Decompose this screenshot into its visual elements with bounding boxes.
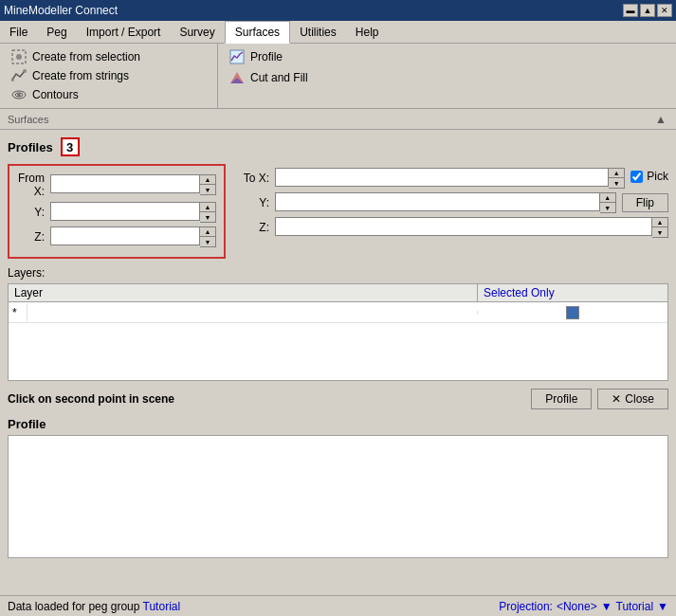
from-panel: From X: 2724.510 ▲ ▼ Y: -2888291.130	[8, 164, 226, 259]
svg-point-3	[23, 69, 27, 73]
pick-checkbox[interactable]	[630, 171, 643, 183]
to-panel: To X: 0.000 ▲ ▼ Pick Y:	[241, 164, 668, 259]
surfaces-bar-label: Surfaces	[8, 114, 48, 125]
tutorial-label[interactable]: Tutorial	[616, 600, 654, 613]
to-z-field[interactable]: 0.000	[275, 217, 652, 236]
from-z-input[interactable]: 1583.440 ▲ ▼	[50, 226, 216, 247]
profile-toolbar-button[interactable]: Profile	[226, 47, 668, 66]
to-z-up[interactable]: ▲	[652, 218, 667, 227]
to-z-down[interactable]: ▼	[652, 227, 667, 237]
to-y-down[interactable]: ▼	[600, 203, 615, 212]
layers-header-row: Layers:	[8, 266, 668, 280]
from-x-input[interactable]: 2724.510 ▲ ▼	[50, 174, 216, 195]
to-z-input[interactable]: 0.000 ▲ ▼	[275, 217, 668, 238]
to-z-label: Z:	[241, 221, 269, 234]
create-from-selection-button[interactable]: Create from selection	[8, 47, 210, 66]
row-star: *	[9, 304, 27, 321]
from-y-spinners: ▲ ▼	[200, 202, 216, 223]
layers-table-header: Layer Selected Only	[9, 284, 667, 302]
layers-col-layer-header: Layer	[9, 284, 478, 301]
menu-survey[interactable]: Survey	[170, 21, 224, 43]
close-button[interactable]: ✕ Close	[597, 389, 668, 409]
to-z-row: Z: 0.000 ▲ ▼	[241, 217, 668, 238]
to-x-input[interactable]: 0.000 ▲ ▼	[275, 168, 625, 189]
from-x-field[interactable]: 2724.510	[50, 174, 200, 193]
restore-button[interactable]: ▲	[640, 4, 655, 17]
to-y-input[interactable]: 0.000 ▲ ▼	[275, 192, 616, 213]
to-x-field[interactable]: 0.000	[275, 168, 609, 187]
profiles-header: Profiles 3	[8, 137, 668, 156]
profile-section-label: Profile	[8, 417, 668, 431]
menu-utilities[interactable]: Utilities	[290, 21, 346, 43]
close-label: Close	[625, 392, 654, 406]
menu-peg[interactable]: Peg	[37, 21, 76, 43]
right-toolbar: Profile Cut and Fill	[218, 44, 676, 108]
toolbar-area: Create from selection Create from string…	[0, 44, 676, 109]
profile-section: Profile	[8, 417, 668, 558]
profile-action-button[interactable]: Profile	[531, 389, 592, 409]
from-z-spinners: ▲ ▼	[200, 226, 216, 247]
to-y-spinners: ▲ ▼	[600, 192, 616, 213]
status-bar-dropdown[interactable]: ▼	[601, 600, 612, 613]
cut-fill-icon	[229, 70, 245, 85]
menu-bar: File Peg Import / Export Survey Surfaces…	[0, 21, 676, 44]
status-bar-more[interactable]: ▼	[657, 600, 668, 613]
from-z-down[interactable]: ▼	[200, 237, 215, 246]
to-x-row: To X: 0.000 ▲ ▼ Pick	[241, 168, 668, 189]
menu-help[interactable]: Help	[346, 21, 389, 43]
profiles-badge: 3	[61, 137, 80, 156]
title-bar: MineModeller Connect ▬ ▲ ✕	[0, 0, 676, 21]
from-y-down[interactable]: ▼	[200, 212, 215, 222]
create-from-selection-label: Create from selection	[32, 50, 140, 63]
profile-icon	[229, 49, 245, 64]
minimize-button[interactable]: ▬	[623, 4, 638, 17]
status-bar-left: Data loaded for peg group Tutorial	[8, 600, 180, 613]
from-x-up[interactable]: ▲	[200, 175, 215, 185]
to-y-label: Y:	[241, 196, 269, 209]
collapse-button[interactable]: ▲	[653, 112, 668, 127]
row-layer-name[interactable]	[27, 311, 478, 315]
layer-checkbox[interactable]	[566, 306, 579, 319]
create-selection-icon	[11, 49, 27, 64]
menu-file[interactable]: File	[0, 21, 37, 43]
svg-point-5	[15, 93, 23, 97]
to-y-field[interactable]: 0.000	[275, 192, 600, 211]
menu-import-export[interactable]: Import / Export	[77, 21, 171, 43]
cut-fill-label: Cut and Fill	[250, 71, 308, 84]
create-from-strings-label: Create from strings	[32, 69, 129, 82]
to-x-down[interactable]: ▼	[609, 178, 624, 188]
contours-button[interactable]: Contours	[8, 85, 210, 104]
title-bar-buttons: ▬ ▲ ✕	[623, 4, 672, 17]
create-from-strings-button[interactable]: Create from strings	[8, 66, 210, 85]
close-button[interactable]: ✕	[657, 4, 672, 17]
profile-canvas	[8, 435, 668, 558]
pick-area: Pick	[630, 170, 668, 183]
layers-empty-area	[9, 323, 667, 380]
menu-surfaces[interactable]: Surfaces	[225, 21, 290, 44]
svg-point-6	[18, 94, 21, 96]
from-y-input[interactable]: -2888291.130 ▲ ▼	[50, 202, 216, 223]
to-y-up[interactable]: ▲	[600, 193, 615, 203]
status-bar-right: Projection: <None> ▼ Tutorial ▼	[499, 600, 668, 613]
main-content: Profiles 3 From X: 2724.510 ▲ ▼	[0, 130, 676, 566]
flip-button[interactable]: Flip	[622, 193, 668, 212]
from-y-field[interactable]: -2888291.130	[50, 202, 200, 221]
from-z-field[interactable]: 1583.440	[50, 226, 200, 245]
projection-value[interactable]: <None>	[557, 600, 597, 613]
from-x-down[interactable]: ▼	[200, 185, 215, 194]
cut-fill-button[interactable]: Cut and Fill	[226, 68, 668, 87]
from-z-up[interactable]: ▲	[200, 227, 215, 237]
profile-toolbar-label: Profile	[250, 50, 283, 63]
to-x-up[interactable]: ▲	[609, 169, 624, 178]
svg-point-1	[16, 54, 22, 60]
from-z-row: Z: 1583.440 ▲ ▼	[17, 226, 216, 247]
from-y-up[interactable]: ▲	[200, 203, 215, 212]
from-x-spinners: ▲ ▼	[200, 174, 216, 195]
row-check[interactable]	[478, 304, 667, 321]
profile-action-label: Profile	[545, 392, 577, 406]
to-z-spinners: ▲ ▼	[652, 217, 668, 238]
close-icon: ✕	[612, 392, 621, 406]
projection-label: Projection:	[499, 600, 553, 613]
layers-col-selected-header: Selected Only	[478, 284, 667, 301]
from-x-label: From X:	[17, 172, 50, 198]
